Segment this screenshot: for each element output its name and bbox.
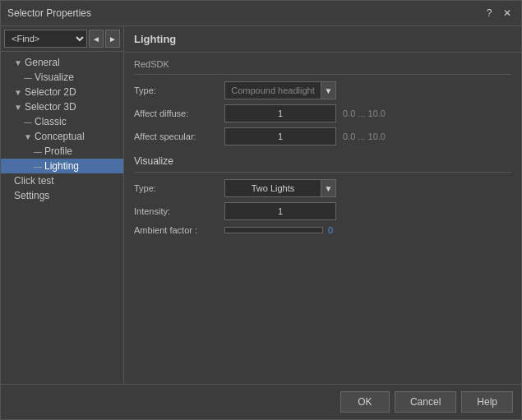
type-dropdown-wrapper: ▼	[224, 81, 336, 99]
tree-item-selector2d[interactable]: ▼ Selector 2D	[1, 85, 123, 99]
help-dialog-button[interactable]: Help	[461, 391, 513, 413]
close-button[interactable]: ✕	[500, 6, 515, 21]
vis-type-input	[224, 179, 321, 197]
tree-item-general[interactable]: ▼ General	[1, 55, 123, 70]
affect-diffuse-label: Affect diffuse:	[134, 108, 224, 118]
vis-type-dropdown-btn[interactable]: ▼	[321, 179, 336, 197]
visualize-group: Visualize Type: ▼ Intensity:	[134, 155, 511, 235]
tree-label-general: General	[25, 57, 60, 68]
title-controls: ? ✕	[482, 6, 515, 21]
affect-specular-row: Affect specular: 0.0 ... 10.0	[134, 127, 511, 145]
tree-item-selector3d[interactable]: ▼ Selector 3D	[1, 99, 123, 114]
tree-item-lighting[interactable]: — Lighting	[1, 159, 123, 173]
tree-label-selector3d: Selector 3D	[25, 101, 76, 113]
vis-intensity-label: Intensity:	[134, 206, 224, 216]
tree-label-selector2d: Selector 2D	[25, 86, 76, 98]
vis-type-row: Type: ▼	[134, 179, 511, 197]
left-panel: <Find> ◄ ► ▼ General — Visualize ▼	[1, 26, 124, 384]
cancel-button[interactable]: Cancel	[395, 391, 456, 413]
dash-icon-profile: —	[34, 147, 42, 156]
vis-type-label: Type:	[134, 183, 224, 193]
find-dropdown[interactable]: <Find>	[4, 30, 87, 48]
redsdk-label: RedSDK	[134, 59, 511, 69]
tree-item-clicktest[interactable]: Click test	[1, 173, 123, 188]
tree-item-classic[interactable]: — Classic	[1, 114, 123, 129]
dash-icon-lighting: —	[34, 162, 42, 171]
affect-specular-input[interactable]	[224, 127, 336, 145]
dialog: Selector Properties ? ✕ <Find> ◄ ► ▼ Gen…	[0, 0, 522, 420]
right-panel: Lighting RedSDK Type: ▼	[124, 26, 521, 384]
type-input	[224, 81, 321, 99]
slider-wrapper: 0	[224, 225, 333, 235]
ok-button[interactable]: OK	[340, 391, 390, 413]
affect-diffuse-input[interactable]	[224, 104, 336, 122]
tree-label-clicktest: Click test	[14, 175, 54, 187]
vis-ambient-row: Ambient factor : 0	[134, 225, 511, 235]
bottom-bar: OK Cancel Help	[1, 384, 521, 419]
title-bar: Selector Properties ? ✕	[1, 1, 521, 26]
dialog-title: Selector Properties	[7, 7, 91, 19]
vis-intensity-input[interactable]	[224, 202, 336, 220]
type-dropdown-btn[interactable]: ▼	[321, 81, 336, 99]
slider-track[interactable]	[224, 227, 323, 233]
content-area: RedSDK Type: ▼ Affect diffuse:	[124, 53, 521, 384]
affect-diffuse-range: 0.0 ... 10.0	[343, 108, 386, 118]
find-prev-button[interactable]: ◄	[89, 30, 104, 48]
vis-ambient-label: Ambient factor :	[134, 225, 224, 235]
dash-icon-classic: —	[24, 118, 32, 127]
tree-label-lighting: Lighting	[44, 160, 79, 172]
affect-specular-label: Affect specular:	[134, 132, 224, 141]
slider-value: 0	[328, 225, 333, 235]
find-next-button[interactable]: ►	[105, 30, 120, 48]
affect-diffuse-row: Affect diffuse: 0.0 ... 10.0	[134, 104, 511, 122]
expand-icon-selector2d: ▼	[14, 88, 22, 97]
tree-view: ▼ General — Visualize ▼ Selector 2D ▼ Se…	[1, 52, 123, 384]
tree-label-classic: Classic	[35, 116, 67, 127]
vis-intensity-row: Intensity:	[134, 202, 511, 220]
expand-icon-conceptual: ▼	[24, 132, 32, 141]
expand-icon-general: ▼	[14, 58, 22, 67]
redsdk-group: RedSDK Type: ▼ Affect diffuse:	[134, 59, 511, 145]
expand-icon-selector3d: ▼	[14, 103, 22, 112]
main-content: <Find> ◄ ► ▼ General — Visualize ▼	[1, 26, 521, 384]
visualize-label: Visualize	[134, 155, 511, 167]
tree-label-settings: Settings	[14, 190, 49, 201]
type-row: Type: ▼	[134, 81, 511, 99]
tree-label-visualize: Visualize	[35, 72, 74, 83]
tree-label-profile: Profile	[44, 145, 72, 157]
find-bar: <Find> ◄ ►	[1, 26, 123, 52]
vis-type-dropdown-wrapper: ▼	[224, 179, 336, 197]
help-button[interactable]: ?	[482, 6, 497, 21]
redsdk-divider	[134, 74, 511, 75]
dash-icon-visualize: —	[24, 73, 32, 82]
tree-item-visualize[interactable]: — Visualize	[1, 70, 123, 85]
section-header: Lighting	[124, 26, 521, 53]
tree-label-conceptual: Conceptual	[35, 131, 85, 142]
affect-specular-range: 0.0 ... 10.0	[343, 132, 386, 141]
type-label: Type:	[134, 85, 224, 95]
tree-item-settings[interactable]: Settings	[1, 188, 123, 203]
tree-item-profile[interactable]: — Profile	[1, 144, 123, 159]
tree-item-conceptual[interactable]: ▼ Conceptual	[1, 129, 123, 144]
visualize-divider	[134, 172, 511, 173]
